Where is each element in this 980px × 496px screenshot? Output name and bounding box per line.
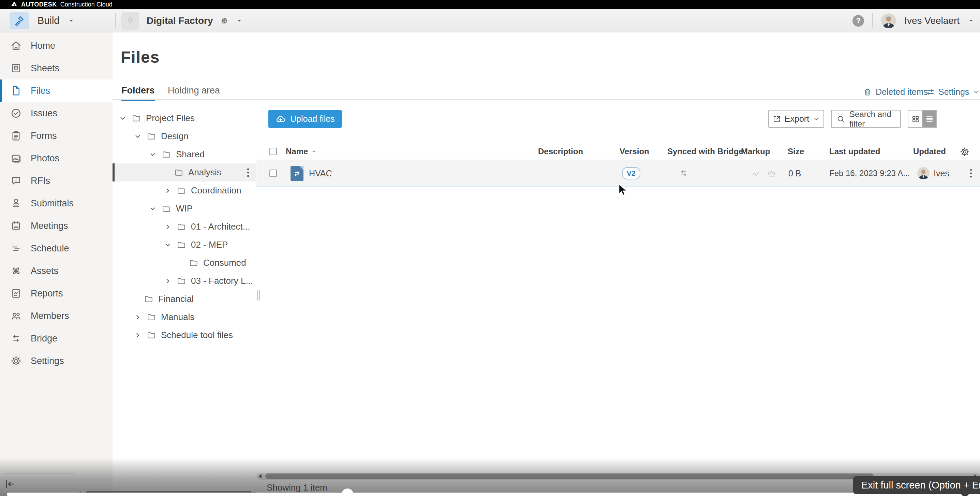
chevron-down-icon[interactable]: [149, 205, 161, 213]
chevron-down-icon[interactable]: [149, 150, 161, 159]
sidebar-item-home[interactable]: Home: [0, 35, 113, 57]
column-settings-gear-icon[interactable]: [959, 147, 970, 157]
tree-row-wip[interactable]: WIP: [113, 199, 256, 218]
table-row[interactable]: HVAC V2 0 B Feb 16, 2023 9:23 A... Ives: [256, 160, 980, 187]
video-progress-bar[interactable]: [7, 493, 980, 496]
tree-row-01-architect[interactable]: 01 - Architect...: [113, 218, 256, 236]
project-placeholder-icon: [126, 16, 135, 26]
tree-row-consumed[interactable]: Consumed: [113, 254, 256, 272]
project-thumbnail: [121, 12, 139, 30]
grid-view-button[interactable]: [908, 110, 923, 127]
chevron-right-icon[interactable]: [164, 187, 176, 195]
column-header-description[interactable]: Description: [538, 147, 583, 156]
tree-row-coordination[interactable]: Coordination: [113, 182, 256, 199]
column-header-name[interactable]: Name: [286, 147, 317, 156]
tree-row-design[interactable]: Design: [113, 127, 256, 145]
markup-crown-icon: [767, 168, 777, 179]
sidebar-item-schedule[interactable]: Schedule: [0, 237, 113, 260]
tab-holding-area[interactable]: Holding area: [168, 85, 220, 96]
tree-row-more-actions-button[interactable]: [247, 168, 249, 177]
deleted-items-button[interactable]: Deleted items: [863, 87, 928, 97]
column-header-updated[interactable]: Updated: [913, 147, 946, 156]
cloud-upload-icon: [275, 113, 286, 124]
sidebar-item-bridge[interactable]: Bridge: [0, 327, 113, 350]
sidebar-item-members[interactable]: Members: [0, 305, 113, 327]
chevron-right-icon[interactable]: [134, 313, 146, 321]
upload-files-button[interactable]: Upload files: [268, 110, 342, 128]
tree-row-shared[interactable]: Shared: [113, 145, 256, 163]
table-scrollbar-thumb[interactable]: [265, 474, 873, 479]
help-button[interactable]: ?: [853, 15, 864, 27]
globe-icon: [220, 17, 229, 25]
list-view-icon: [925, 115, 934, 123]
sidebar-item-settings[interactable]: Settings: [0, 350, 113, 372]
header-right: ? Ives Veelaert: [853, 9, 975, 32]
table-scroll-left-arrow[interactable]: [258, 474, 261, 478]
product-switcher[interactable]: Build: [10, 9, 75, 32]
video-playhead[interactable]: [342, 488, 353, 496]
files-settings-button[interactable]: Settings: [926, 87, 980, 97]
folder-icon: [176, 276, 187, 286]
sidebar-item-label: Settings: [31, 356, 64, 366]
sidebar-item-forms[interactable]: Forms: [0, 124, 113, 147]
sidebar-item-sheets[interactable]: Sheets: [0, 57, 113, 80]
chevron-down-icon[interactable]: [119, 114, 131, 123]
chevron-right-icon[interactable]: [164, 223, 176, 231]
list-view-button[interactable]: [923, 110, 936, 127]
collapse-sidebar-button[interactable]: [4, 478, 16, 490]
chevron-down-icon[interactable]: [134, 132, 146, 140]
folder-icon: [143, 294, 154, 304]
project-name: Digital Factory: [146, 15, 213, 26]
chevron-down-icon[interactable]: [164, 241, 176, 249]
brand-primary: AUTODESK: [21, 1, 57, 8]
tree-row-financial[interactable]: Financial: [113, 290, 256, 308]
column-header-version[interactable]: Version: [620, 147, 649, 156]
table-header: NameDescriptionVersionSynced with Bridge…: [256, 143, 980, 160]
sidebar-item-rfis[interactable]: RFIs: [0, 169, 113, 192]
sidebar-item-label: Bridge: [31, 333, 57, 344]
sidebar-item-label: Photos: [31, 153, 59, 164]
export-button[interactable]: Export: [768, 110, 824, 128]
row-more-actions-button[interactable]: [970, 169, 972, 178]
chevron-down-icon: [972, 88, 980, 96]
sidebar-item-reports[interactable]: Reports: [0, 282, 113, 305]
search-and-filter-button[interactable]: Search and filter: [831, 110, 901, 128]
sidebar-item-meetings[interactable]: Meetings: [0, 215, 113, 237]
column-header-synced-with-bridge[interactable]: Synced with Bridge: [667, 147, 743, 156]
row-checkbox[interactable]: [269, 169, 277, 177]
trash-icon: [863, 87, 872, 97]
tree-row-02-mep[interactable]: 02 - MEP: [113, 236, 256, 254]
tree-row-03-factory-l[interactable]: 03 - Factory L...: [113, 272, 256, 290]
select-all-checkbox[interactable]: [269, 148, 277, 155]
folder-icon: [188, 258, 199, 268]
tree-row-manuals[interactable]: Manuals: [113, 308, 256, 326]
sidebar-item-files[interactable]: Files: [0, 80, 113, 102]
fullscreen-tooltip-label: Exit full screen (Option + Enter): [861, 480, 980, 491]
user-avatar[interactable]: [881, 13, 896, 28]
swap-arrows-icon: [293, 169, 301, 178]
sidebar-item-issues[interactable]: Issues: [0, 102, 113, 124]
folder-icon: [176, 240, 187, 250]
tree-row-schedule-tool-files[interactable]: Schedule tool files: [113, 326, 256, 344]
file-name[interactable]: HVAC: [309, 169, 332, 179]
members-icon: [10, 310, 22, 322]
splitter-handle[interactable]: [257, 290, 258, 301]
column-header-size[interactable]: Size: [788, 147, 804, 156]
tree-row-project-files[interactable]: Project Files: [113, 109, 256, 127]
chevron-down-icon[interactable]: [968, 18, 975, 24]
project-selector[interactable]: Digital Factory: [121, 9, 243, 32]
sidebar-item-photos[interactable]: Photos: [0, 147, 113, 169]
splitter-handle[interactable]: [259, 290, 260, 301]
version-badge[interactable]: V2: [622, 167, 640, 179]
column-header-markup[interactable]: Markup: [741, 147, 770, 156]
chevron-right-icon[interactable]: [164, 277, 176, 285]
sidebar-item-assets[interactable]: Assets: [0, 260, 113, 282]
tab-folders[interactable]: Folders: [121, 85, 155, 101]
bridge-icon: [10, 333, 22, 344]
sidebar-item-label: Forms: [31, 131, 57, 141]
chevron-right-icon[interactable]: [134, 331, 146, 340]
sidebar-item-submittals[interactable]: Submittals: [0, 192, 113, 215]
column-header-last-updated[interactable]: Last updated: [829, 147, 880, 156]
tree-row-analysis[interactable]: Analysis: [113, 163, 256, 182]
panel-splitter[interactable]: [256, 100, 256, 496]
